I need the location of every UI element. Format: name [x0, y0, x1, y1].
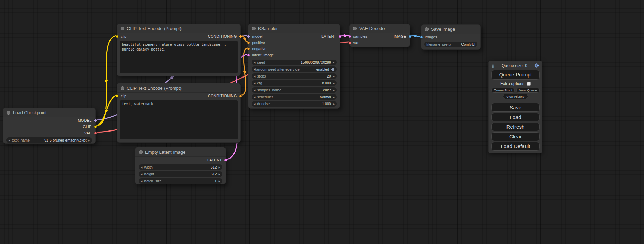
prompt-textarea[interactable]: text, watermark [120, 100, 238, 139]
decrement-arrow-icon[interactable]: ◀ [141, 166, 142, 169]
slot-dot-image[interactable] [420, 36, 423, 39]
widget-scheduler[interactable]: ◀ scheduler normal ▶ [252, 94, 337, 100]
prompt-textarea[interactable]: beautiful scenery nature glass bottle la… [120, 41, 238, 73]
node-title-bar[interactable]: VAE Decode [350, 24, 410, 33]
collapse-dot[interactable] [7, 111, 10, 115]
input-slot-images[interactable]: images [420, 35, 437, 39]
output-slot-model[interactable]: MODEL [78, 118, 97, 123]
slot-dot-latent[interactable] [348, 35, 351, 38]
node-ksampler[interactable]: KSampler model LATENT positive negative [248, 24, 340, 109]
increment-arrow-icon[interactable]: ▶ [333, 82, 335, 84]
input-slot-clip[interactable]: clip [116, 94, 127, 98]
save-button[interactable]: Save [491, 103, 540, 112]
widget-sampler-name[interactable]: ◀ sampler_name euler ▶ [252, 87, 337, 93]
slot-dot-conditioning[interactable] [239, 94, 242, 98]
slot-dot-latent[interactable] [338, 35, 342, 38]
view-queue-button[interactable]: View Queue [516, 88, 540, 93]
settings-gear-icon[interactable] [534, 63, 539, 68]
slot-dot-image[interactable] [408, 35, 412, 38]
slot-dot-clip[interactable] [116, 94, 119, 98]
node-empty-latent-image[interactable]: Empty Latent Image LATENT ◀ width 512 ▶ … [135, 147, 226, 184]
slot-dot-vae[interactable] [348, 41, 351, 44]
extra-options-checkbox[interactable] [527, 82, 531, 86]
node-title-bar[interactable]: KSampler [248, 24, 340, 33]
widget-random-seed-toggle[interactable]: Random seed after every gen enabled [252, 66, 337, 72]
input-slot-negative[interactable]: negative [247, 47, 267, 51]
widget-steps[interactable]: ◀ steps 20 ▶ [252, 73, 337, 79]
node-title-bar[interactable]: CLIP Text Encode (Prompt) [117, 24, 240, 33]
node-graph-canvas[interactable]: Load Checkpoint MODEL CLIP VAE ◀ ckpt_na… [0, 0, 644, 244]
toggle-dot[interactable] [331, 67, 335, 71]
slot-dot-conditioning[interactable] [247, 47, 250, 51]
decrement-arrow-icon[interactable]: ◀ [254, 75, 255, 78]
increment-arrow-icon[interactable]: ▶ [333, 75, 335, 78]
widget-seed[interactable]: ◀ seed 156680208700286 ▶ [252, 60, 337, 65]
output-slot-vae[interactable]: VAE [84, 131, 97, 135]
decrement-arrow-icon[interactable]: ◀ [254, 61, 255, 64]
prev-arrow-icon[interactable]: ◀ [254, 96, 255, 98]
collapse-dot[interactable] [425, 27, 429, 31]
next-arrow-icon[interactable]: ▶ [88, 139, 90, 142]
node-save-image[interactable]: Save Image images filename_prefix ComfyU… [421, 24, 481, 50]
queue-prompt-button[interactable]: Queue Prompt [491, 70, 540, 80]
input-slot-model[interactable]: model [247, 34, 263, 38]
collapse-dot[interactable] [121, 27, 124, 30]
output-slot-latent[interactable]: LATENT [321, 34, 342, 38]
node-clip-text-encode-positive[interactable]: CLIP Text Encode (Prompt) clip CONDITION… [117, 24, 241, 76]
increment-arrow-icon[interactable]: ▶ [219, 180, 220, 182]
slot-dot-clip[interactable] [94, 125, 97, 128]
node-title-bar[interactable]: CLIP Text Encode (Prompt) [117, 83, 240, 93]
input-slot-clip[interactable]: clip [116, 34, 127, 38]
widget-width[interactable]: ◀ width 512 ▶ [139, 164, 222, 170]
refresh-button[interactable]: Refresh [491, 123, 540, 131]
input-slot-vae[interactable]: vae [348, 40, 360, 45]
collapse-dot[interactable] [121, 86, 124, 90]
increment-arrow-icon[interactable]: ▶ [219, 173, 220, 175]
next-arrow-icon[interactable]: ▶ [333, 89, 335, 91]
clear-button[interactable]: Clear [491, 132, 540, 141]
menu-drag-handle-icon[interactable]: ⣿ [492, 63, 495, 68]
load-button[interactable]: Load [491, 113, 540, 121]
decrement-arrow-icon[interactable]: ◀ [254, 103, 255, 105]
increment-arrow-icon[interactable]: ▶ [219, 166, 220, 169]
node-load-checkpoint[interactable]: Load Checkpoint MODEL CLIP VAE ◀ ckpt_na… [3, 108, 96, 144]
slot-dot-model[interactable] [247, 35, 250, 38]
increment-arrow-icon[interactable]: ▶ [333, 103, 335, 105]
slot-dot-clip[interactable] [116, 35, 119, 38]
decrement-arrow-icon[interactable]: ◀ [141, 180, 142, 182]
widget-ckpt-name[interactable]: ◀ ckpt_name v1-5-pruned-emaonly.ckpt ▶ [6, 137, 92, 143]
collapse-dot[interactable] [252, 27, 256, 30]
next-arrow-icon[interactable]: ▶ [333, 96, 335, 98]
node-title-bar[interactable]: Save Image [421, 25, 480, 34]
collapse-dot[interactable] [139, 150, 143, 154]
node-vae-decode[interactable]: VAE Decode samples IMAGE vae [349, 24, 410, 47]
node-title-bar[interactable]: Load Checkpoint [3, 108, 95, 117]
view-history-button[interactable]: View History [503, 94, 528, 99]
slot-dot-vae[interactable] [94, 132, 97, 135]
prev-arrow-icon[interactable]: ◀ [8, 139, 10, 142]
slot-dot-latent[interactable] [224, 159, 227, 162]
input-slot-latent-image[interactable]: latent_image [247, 53, 274, 57]
input-slot-samples[interactable]: samples [348, 34, 368, 38]
slot-dot-conditioning[interactable] [239, 35, 242, 38]
node-clip-text-encode-negative[interactable]: CLIP Text Encode (Prompt) clip CONDITION… [117, 83, 241, 143]
slot-dot-model[interactable] [94, 119, 97, 122]
decrement-arrow-icon[interactable]: ◀ [254, 82, 255, 84]
output-slot-image[interactable]: IMAGE [394, 34, 411, 38]
widget-height[interactable]: ◀ height 512 ▶ [139, 171, 222, 177]
decrement-arrow-icon[interactable]: ◀ [141, 173, 142, 175]
collapse-dot[interactable] [353, 27, 357, 30]
output-slot-conditioning[interactable]: CONDITIONING [208, 34, 242, 38]
prev-arrow-icon[interactable]: ◀ [254, 89, 255, 91]
output-slot-conditioning[interactable]: CONDITIONING [208, 94, 242, 98]
widget-cfg[interactable]: ◀ cfg 8.000 ▶ [252, 80, 337, 86]
increment-arrow-icon[interactable]: ▶ [333, 61, 335, 64]
widget-filename-prefix[interactable]: filename_prefix ComfyUI [424, 42, 477, 47]
input-slot-positive[interactable]: positive [247, 40, 265, 45]
slot-dot-latent[interactable] [247, 54, 250, 57]
load-default-button[interactable]: Load Default [491, 142, 540, 151]
output-slot-latent[interactable]: LATENT [207, 158, 227, 162]
widget-denoise[interactable]: ◀ denoise 1.000 ▶ [252, 101, 337, 107]
output-slot-clip[interactable]: CLIP [83, 125, 97, 129]
slot-dot-conditioning[interactable] [247, 41, 250, 44]
